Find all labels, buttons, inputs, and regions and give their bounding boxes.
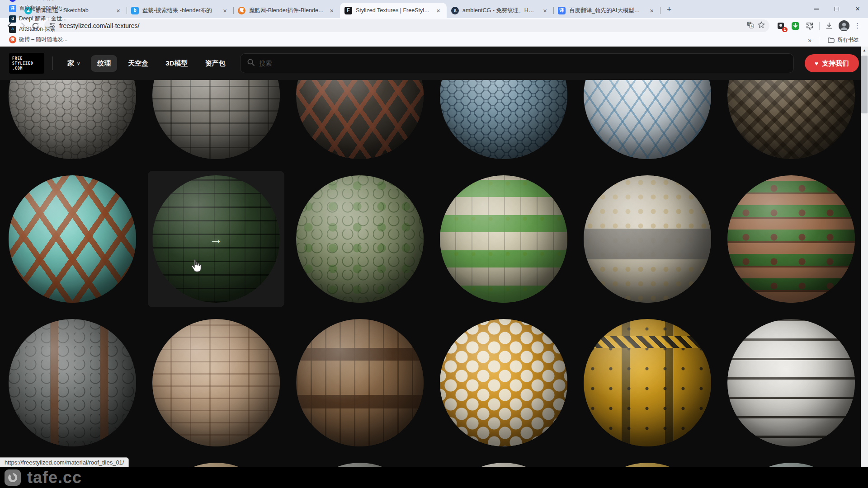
texture-birch-bark-tile[interactable]: [723, 314, 859, 451]
nav-item-label: 3D模型: [165, 59, 188, 68]
web-page: → FREE STYLIZED .COM 家∨纹理天空盒3D模型资产包 ♥ 支持…: [0, 47, 868, 488]
tab-close-icon[interactable]: ×: [648, 7, 656, 14]
site-nav-items: 家∨纹理天空盒3D模型资产包: [61, 55, 232, 72]
nav-item-label: 纹理: [97, 59, 111, 68]
scrollbar-thumb[interactable]: [861, 56, 868, 113]
support-us-button[interactable]: ♥ 支持我们: [805, 54, 859, 72]
texture-teal-tiles-rust-lattice: [9, 175, 136, 303]
texture-stone-slab-wood-frame-tile[interactable]: [4, 314, 141, 451]
bookmark-label: ArtStation-探索: [19, 25, 56, 33]
texture-teal-tiles-rust-lattice-tile[interactable]: [4, 171, 141, 307]
nav-item-label: 天空盒: [128, 59, 148, 68]
bookmark-star-icon[interactable]: [758, 21, 765, 30]
window-controls: ×: [806, 0, 868, 18]
browser-menu-icon[interactable]: ⋮: [854, 22, 861, 30]
tab-close-icon[interactable]: ×: [221, 7, 229, 14]
logo-line1: FREE: [12, 56, 41, 61]
all-bookmarks-button[interactable]: 所有书签: [824, 35, 863, 45]
texture-grass-wood-beams-tile[interactable]: [723, 171, 859, 307]
tab-close-icon[interactable]: ×: [328, 7, 335, 14]
close-window-button[interactable]: ×: [847, 0, 868, 18]
browser-tab-5[interactable]: 译百度翻译_领先的AI大模型翻译×: [553, 3, 660, 18]
tab-close-icon[interactable]: ×: [114, 7, 122, 14]
nav-item-label: 家: [67, 59, 74, 68]
nav-item-2[interactable]: 天空盒: [122, 55, 155, 72]
bookmark-label: DeepL翻译：全世...: [19, 15, 66, 23]
texture-green-ornate-tiles-tile[interactable]: [435, 171, 572, 307]
texture-grass-wood-beams: [727, 175, 855, 303]
maximize-button[interactable]: [826, 0, 847, 18]
profile-avatar[interactable]: [839, 20, 849, 31]
tab-title: ambientCG - 免费纹理、HDRI: [462, 7, 538, 14]
minimize-button[interactable]: [806, 0, 826, 18]
site-search-box[interactable]: [240, 53, 794, 73]
texture-grid: →: [0, 47, 868, 488]
page-scrollbar[interactable]: ▲: [861, 47, 868, 488]
texture-star-mosaic-band: [584, 175, 711, 303]
folder-icon: [827, 37, 835, 44]
bookmarks-overflow-chevron[interactable]: »: [805, 37, 814, 44]
svg-text:A: A: [750, 24, 753, 28]
bookmark-label: 微博 – 随时随地发...: [19, 36, 67, 43]
nav-item-0[interactable]: 家∨: [61, 55, 86, 72]
bookmarks-bar: 应用▦百百度一下，你就知道译百度翻译-200种语...dDeepL翻译：全世..…: [0, 33, 868, 47]
extension-badge: 1: [782, 27, 788, 32]
texture-green-ornate-tiles: [440, 175, 567, 303]
bookmark-label: 百度一下，你就知道: [19, 0, 68, 2]
nav-item-1[interactable]: 纹理: [91, 55, 117, 72]
texture-roof-tiles-01-tile[interactable]: →: [148, 171, 284, 307]
browser-tab-4[interactable]: aambientCG - 免费纹理、HDRI×: [447, 3, 553, 18]
bookmark-baidu-translate[interactable]: 译百度翻译-200种语...: [5, 3, 75, 14]
watermark-strip: tafe.cc: [0, 467, 868, 488]
texture-honeycomb-tiles-tile[interactable]: [435, 314, 572, 451]
bookmark-weibo[interactable]: 微微博 – 随时随地发...: [5, 34, 75, 45]
bookmark-artstation[interactable]: AArtStation-探索: [5, 24, 75, 34]
texture-mossy-cobblestone-tile[interactable]: [292, 171, 428, 307]
new-tab-button[interactable]: +: [663, 3, 675, 16]
nav-item-label: 资产包: [205, 59, 226, 68]
browser-tab-2[interactable]: 魔魔酷网-Blender插件-Blender模×: [233, 3, 340, 18]
open-material-arrow-icon: →: [148, 171, 284, 307]
tab-close-icon[interactable]: ×: [434, 7, 442, 14]
texture-sand-bricks-tile[interactable]: [148, 314, 284, 451]
translate-icon[interactable]: 文A: [747, 21, 754, 30]
texture-yellow-mech-plate: [584, 319, 711, 446]
scrollbar-up-arrow[interactable]: ▲: [861, 47, 868, 54]
downloads-icon[interactable]: [824, 21, 834, 31]
download-manager-extension-icon[interactable]: [790, 21, 800, 31]
address-bar[interactable]: freestylized.com/all-textures/ 文A: [44, 19, 769, 32]
logo-line2: STYLIZED: [12, 61, 41, 66]
texture-yellow-mech-plate-tile[interactable]: [579, 314, 716, 451]
browser-tab-1[interactable]: b盆栽-搜索结果 -blender布的×: [127, 3, 233, 18]
texture-mossy-cobblestone: [296, 175, 424, 303]
tab-close-icon[interactable]: ×: [541, 7, 549, 14]
bookmark-label: 百度翻译-200种语...: [19, 5, 67, 12]
bookmark-baidu[interactable]: 百百度一下，你就知道: [5, 0, 75, 3]
all-bookmarks-label: 所有书签: [837, 36, 859, 44]
nav-item-4[interactable]: 资产包: [199, 55, 232, 72]
baidu-translate-icon: 译: [9, 5, 16, 12]
texture-birch-bark: [727, 319, 855, 446]
texture-sand-bricks: [152, 319, 280, 446]
extension-icon-notify[interactable]: 1: [776, 21, 786, 31]
moku-favicon: 魔: [238, 7, 245, 14]
heart-icon: ♥: [815, 60, 818, 67]
extensions-puzzle-icon[interactable]: [805, 21, 815, 31]
texture-wooden-barrel-tile[interactable]: [292, 314, 428, 451]
watermark-text: tafe.cc: [27, 468, 82, 487]
browser-tab-3[interactable]: FStylized Textures | FreeStylize×: [340, 3, 447, 18]
texture-star-mosaic-band-tile[interactable]: [579, 171, 716, 307]
bookmark-deepl[interactable]: dDeepL翻译：全世...: [5, 14, 75, 24]
chevron-down-icon: ∨: [77, 61, 80, 66]
texture-stone-slab-wood-frame: [9, 319, 136, 446]
baidu-translate-favicon: 译: [558, 7, 566, 14]
status-link-preview: https://freestylized.com/material/roof_t…: [0, 457, 129, 468]
search-input[interactable]: [259, 60, 788, 67]
search-icon: [247, 58, 255, 68]
tab-title: 盆栽-搜索结果 -blender布的: [142, 7, 217, 14]
nav-item-3[interactable]: 3D模型: [159, 55, 194, 72]
deepl-icon: d: [9, 15, 16, 23]
site-logo[interactable]: FREE STYLIZED .COM: [9, 53, 44, 74]
artstation-icon: A: [9, 26, 16, 33]
texture-honeycomb-tiles: [440, 319, 567, 446]
